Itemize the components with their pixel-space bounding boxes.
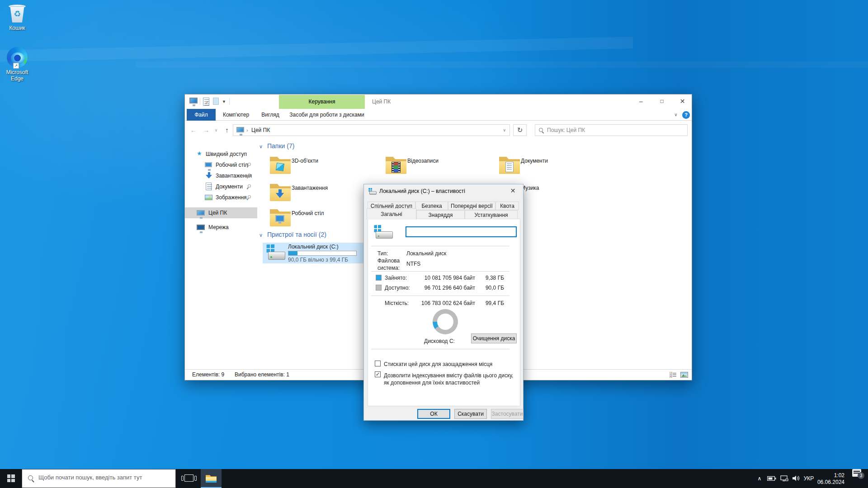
section-title: Папки (7) [267, 142, 294, 150]
taskbar-search[interactable] [22, 469, 176, 488]
contextual-tab-manage[interactable]: Керування [279, 95, 365, 109]
monitor-icon [205, 162, 212, 167]
folder-name: Відеозаписи [407, 158, 439, 164]
address-dropdown-icon[interactable]: ∨ [503, 125, 506, 136]
index-checkbox[interactable]: ✓ [375, 371, 381, 377]
sidebar-item-label: Документи [216, 181, 243, 192]
tab-disk-tools[interactable]: Засоби для роботи з дисками [286, 109, 368, 121]
explorer-titlebar[interactable]: ✓ ▼ Керування Цей ПК – □ ✕ [185, 94, 692, 109]
checkmark-icon: ✓ [376, 371, 380, 377]
folder-tile-videos[interactable]: Відеозаписи [382, 154, 495, 178]
qat-new-folder-icon[interactable] [213, 98, 221, 106]
drive-letter-label: Дисковод C: [424, 338, 455, 344]
breadcrumb-location[interactable]: Цей ПК [251, 125, 270, 136]
folder-icon [270, 156, 291, 174]
action-center-button[interactable]: 3 [849, 469, 864, 488]
used-size: 9,38 ГБ [475, 275, 504, 281]
tab-tools[interactable]: Знаряддя [416, 210, 465, 219]
search-input[interactable] [547, 125, 683, 135]
address-bar[interactable]: › Цей ПК ∨ [233, 124, 510, 136]
folder-tile-desktop[interactable]: Робочий стіл [266, 206, 379, 230]
thumbnail-view-icon[interactable] [680, 372, 688, 378]
folder-name: Робочий стіл [292, 210, 324, 216]
ok-button[interactable]: ОК [417, 409, 450, 419]
desktop-icon-edge[interactable]: ↗ Microsoft Edge [0, 47, 34, 82]
qat-computer-icon[interactable] [189, 98, 198, 106]
file-explorer-taskbar-button[interactable] [201, 469, 222, 488]
maximize-button[interactable]: □ [651, 94, 672, 109]
breadcrumb-separator: › [246, 125, 248, 136]
forward-icon[interactable]: → [201, 121, 211, 140]
drive-name: Локальний диск (C:) [288, 244, 339, 250]
collapse-icon[interactable]: ∨ [259, 232, 263, 238]
help-icon[interactable]: ? [682, 111, 690, 119]
dialog-close-icon[interactable]: ✕ [503, 184, 523, 198]
up-icon[interactable]: ↑ [222, 121, 232, 140]
history-dropdown-icon[interactable]: ∨ [213, 121, 219, 140]
folder-icon [386, 156, 406, 174]
sidebar-item-desktop[interactable]: Робочий стіл [185, 160, 257, 170]
down-arrow-icon [276, 189, 284, 198]
free-bytes: 96 701 296 640 байт [407, 285, 475, 291]
sidebar-item-label: Швидкий доступ [206, 149, 247, 160]
minimize-button[interactable]: – [631, 94, 651, 109]
sidebar-item-this-pc[interactable]: Цей ПК [185, 207, 257, 218]
tab-view[interactable]: Вигляд [256, 109, 284, 121]
address-toolbar: ← → ∨ ↑ › Цей ПК ∨ ↻ [185, 121, 692, 140]
task-view-button[interactable] [179, 469, 199, 488]
sidebar-item-quick-access[interactable]: ★ Швидкий доступ [185, 149, 257, 160]
network-icon[interactable] [778, 469, 790, 488]
apply-button[interactable]: Застосувати [491, 409, 524, 419]
start-button[interactable] [0, 469, 22, 488]
ribbon-collapse-icon[interactable]: ∨ [671, 109, 680, 121]
language-indicator[interactable]: УКР [801, 469, 816, 488]
network-icon [197, 225, 205, 230]
taskbar-search-input[interactable] [38, 474, 170, 481]
used-swatch [376, 275, 382, 281]
tab-hardware[interactable]: Устаткування [465, 210, 518, 219]
sidebar-item-pictures[interactable]: Зображення [185, 192, 257, 203]
sidebar-item-documents[interactable]: Документи [185, 181, 257, 192]
battery-icon[interactable] [766, 469, 778, 488]
notification-badge: 3 [858, 472, 864, 479]
sidebar-item-downloads[interactable]: Завантаження [185, 170, 257, 181]
disk-cleanup-button[interactable]: Очищення диска [471, 333, 517, 343]
cancel-button[interactable]: Скасувати [454, 409, 487, 419]
section-folders[interactable]: ∨ Папки (7) [259, 142, 294, 150]
tab-file[interactable]: Файл [187, 109, 216, 121]
collapse-icon[interactable]: ∨ [259, 144, 263, 149]
details-view-icon[interactable] [670, 372, 677, 378]
speaker-icon[interactable] [790, 469, 802, 488]
filesystem-label: Файлова система: [377, 258, 404, 272]
qat-properties-icon[interactable]: ✓ [203, 98, 211, 106]
star-icon: ★ [197, 150, 202, 157]
file-explorer-icon [206, 474, 217, 483]
desktop-icon-recycle-bin[interactable]: ♻ Кошик [0, 4, 34, 32]
type-label: Тип: [377, 250, 388, 257]
desktop: ♻ Кошик ↗ Microsoft Edge ✓ ▼ Керування [0, 0, 868, 488]
tab-quota[interactable]: Квота [495, 202, 519, 210]
refresh-icon[interactable]: ↻ [513, 124, 527, 136]
folder-tile-3d-objects[interactable]: 3D-об'єкти [266, 154, 379, 178]
section-devices[interactable]: ∨ Пристрої та носії (2) [259, 231, 326, 238]
drive-tile-c[interactable]: Локальний диск (C:) 90,0 ГБ вільно з 99,… [263, 243, 366, 263]
folder-tile-documents[interactable]: Документи [495, 154, 609, 178]
folder-name: Завантаження [292, 185, 328, 191]
sidebar-item-network[interactable]: Мережа [185, 222, 257, 233]
tab-computer[interactable]: Комп'ютер [217, 109, 255, 121]
sidebar-item-label: Робочий стіл [216, 160, 248, 170]
compress-checkbox[interactable] [375, 361, 381, 366]
dialog-titlebar[interactable]: Локальний диск (C:) – властивості ✕ [364, 184, 523, 199]
tab-security[interactable]: Безпека [415, 202, 448, 210]
tab-general[interactable]: Загальні [367, 208, 416, 220]
tab-previous-versions[interactable]: Попередні версії [448, 202, 495, 210]
disk-properties-dialog: Локальний диск (C:) – властивості ✕ Спіл… [363, 184, 524, 421]
used-label: Зайнято: [385, 275, 407, 281]
task-view-icon [184, 474, 193, 482]
folder-tile-downloads[interactable]: Завантаження [266, 181, 379, 205]
clock[interactable]: 1:02 06.06.2024 [816, 469, 844, 488]
close-button[interactable]: ✕ [672, 94, 693, 109]
volume-label-input[interactable] [406, 226, 517, 237]
tray-chevron-up-icon[interactable]: ∧ [754, 469, 765, 488]
back-icon[interactable]: ← [189, 121, 198, 140]
